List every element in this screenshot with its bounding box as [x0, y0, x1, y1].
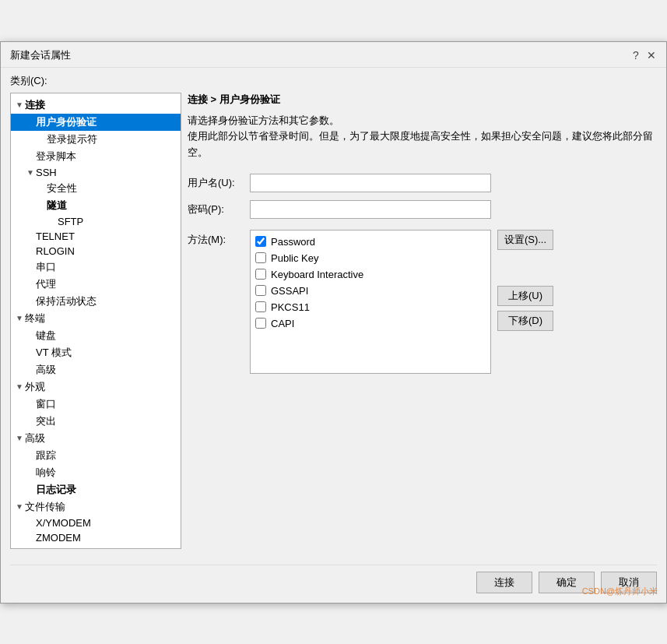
- method-item-public-key: Public Key: [255, 250, 486, 266]
- tree-label-proxy: 代理: [36, 277, 56, 291]
- method-label-public-key: Public Key: [271, 252, 318, 264]
- breadcrumb: 连接 > 用户身份验证: [188, 93, 657, 107]
- tree-item-keyboard[interactable]: 键盘: [11, 327, 181, 344]
- tree-item-serial[interactable]: 串口: [11, 259, 181, 276]
- tree-label-advanced2: 高级: [25, 431, 45, 445]
- title-controls: ? ✕: [630, 50, 657, 61]
- password-label: 密码(P):: [188, 202, 250, 216]
- tree-item-connection[interactable]: ▼连接: [11, 97, 181, 114]
- expand-icon-connection: ▼: [14, 100, 25, 109]
- title-bar: 新建会话属性 ? ✕: [1, 42, 666, 68]
- tree-item-logging[interactable]: 日志记录: [11, 481, 181, 498]
- new-session-dialog: 新建会话属性 ? ✕ 类别(C): ▼连接 用户身份验证 登录提示符 登录脚本▼…: [0, 41, 667, 604]
- expand-icon-file-transfer: ▼: [14, 502, 25, 511]
- expand-icon-ssh: ▼: [25, 168, 36, 177]
- tree-label-rlogin: RLOGIN: [36, 245, 75, 257]
- tree-label-ssh: SSH: [36, 167, 57, 178]
- method-label-password: Password: [271, 236, 315, 248]
- method-label-pkcs11: PKCS11: [271, 301, 310, 313]
- method-checkbox-password[interactable]: [255, 236, 266, 247]
- method-item-gssapi: GSSAPI: [255, 283, 486, 299]
- tree-label-window: 窗口: [36, 397, 56, 411]
- tree-item-proxy[interactable]: 代理: [11, 276, 181, 293]
- tree-label-file-transfer: 文件传输: [25, 500, 65, 514]
- method-checkbox-keyboard-interactive[interactable]: [255, 269, 266, 280]
- desc1: 请选择身份验证方法和其它参数。 使用此部分以节省登录时间。但是，为了最大限度地提…: [188, 113, 657, 161]
- tree-item-tunnel[interactable]: 隧道: [11, 197, 181, 214]
- tree-item-file-transfer[interactable]: ▼文件传输: [11, 498, 181, 516]
- tree-item-login-script[interactable]: 登录脚本: [11, 148, 181, 165]
- method-item-password: Password: [255, 234, 486, 250]
- connect-button[interactable]: 连接: [476, 572, 532, 593]
- tree-label-vt-mode: VT 模式: [36, 346, 72, 360]
- tree-label-zmodem: ZMODEM: [36, 532, 81, 544]
- method-item-pkcs11: PKCS11: [255, 299, 486, 315]
- method-label-gssapi: GSSAPI: [271, 285, 308, 297]
- tree-label-terminal: 终端: [25, 311, 45, 326]
- method-list: PasswordPublic KeyKeyboard InteractiveGS…: [250, 230, 491, 374]
- tree-item-bell[interactable]: 响铃: [11, 464, 181, 481]
- tree-item-trace[interactable]: 跟踪: [11, 447, 181, 464]
- tree-label-trace: 跟踪: [36, 449, 56, 463]
- tree-item-advanced[interactable]: 高级: [11, 361, 181, 378]
- username-row: 用户名(U):: [188, 174, 657, 192]
- method-item-capi: CAPI: [255, 315, 486, 332]
- tree-item-user-auth[interactable]: 用户身份验证: [11, 114, 181, 131]
- tree-label-user-auth: 用户身份验证: [36, 115, 97, 129]
- tree-label-logging: 日志记录: [36, 483, 76, 497]
- method-list-container: PasswordPublic KeyKeyboard InteractiveGS…: [250, 230, 553, 374]
- method-checkbox-gssapi[interactable]: [255, 285, 266, 296]
- tree-item-window[interactable]: 窗口: [11, 396, 181, 413]
- category-label: 类别(C):: [10, 74, 657, 88]
- tree-label-login-prompt: 登录提示符: [47, 132, 97, 146]
- close-button[interactable]: ✕: [646, 50, 657, 61]
- tree-item-advanced2[interactable]: ▼高级: [11, 430, 181, 447]
- method-item-keyboard-interactive: Keyboard Interactive: [255, 266, 486, 283]
- tree-label-login-script: 登录脚本: [36, 150, 76, 164]
- tree-panel: ▼连接 用户身份验证 登录提示符 登录脚本▼SSH 安全性 隧道 SFTP TE…: [10, 93, 181, 549]
- username-input[interactable]: [250, 174, 491, 192]
- tree-item-terminal[interactable]: ▼终端: [11, 310, 181, 327]
- tree-item-appearance[interactable]: ▼外观: [11, 378, 181, 396]
- username-label: 用户名(U):: [188, 176, 250, 190]
- move-down-button[interactable]: 下移(D): [497, 311, 553, 331]
- tree-item-login-prompt[interactable]: 登录提示符: [11, 131, 181, 148]
- password-input[interactable]: [250, 200, 491, 219]
- tree-label-serial: 串口: [36, 260, 56, 274]
- settings-button[interactable]: 设置(S)...: [497, 230, 553, 250]
- move-up-button[interactable]: 上移(U): [497, 286, 553, 306]
- tree-item-rlogin[interactable]: RLOGIN: [11, 244, 181, 259]
- tree-label-telnet: TELNET: [36, 231, 75, 242]
- tree-item-xymodem[interactable]: X/YMODEM: [11, 516, 181, 530]
- tree-label-connection: 连接: [25, 98, 45, 112]
- method-checkbox-public-key[interactable]: [255, 252, 266, 263]
- main-content: ▼连接 用户身份验证 登录提示符 登录脚本▼SSH 安全性 隧道 SFTP TE…: [10, 93, 657, 549]
- tree-label-security: 安全性: [47, 181, 77, 195]
- tree-label-tunnel: 隧道: [47, 199, 67, 213]
- watermark: CSDN@炼丹师小米: [582, 586, 658, 597]
- help-button[interactable]: ?: [630, 50, 641, 61]
- tree-item-vt-mode[interactable]: VT 模式: [11, 344, 181, 361]
- tree-label-bell: 响铃: [36, 466, 56, 480]
- tree-label-keyboard: 键盘: [36, 329, 56, 343]
- method-checkbox-pkcs11[interactable]: [255, 301, 266, 312]
- tree-item-security[interactable]: 安全性: [11, 180, 181, 197]
- tree-item-highlight[interactable]: 突出: [11, 413, 181, 430]
- method-row: 方法(M): PasswordPublic KeyKeyboard Intera…: [188, 230, 657, 374]
- tree-item-telnet[interactable]: TELNET: [11, 229, 181, 244]
- expand-icon-advanced2: ▼: [14, 434, 25, 442]
- tree-item-ssh[interactable]: ▼SSH: [11, 165, 181, 180]
- tree-label-appearance: 外观: [25, 380, 45, 394]
- tree-item-keepalive[interactable]: 保持活动状态: [11, 293, 181, 310]
- dialog-title: 新建会话属性: [10, 48, 71, 62]
- tree-label-advanced: 高级: [36, 363, 56, 377]
- password-row: 密码(P):: [188, 200, 657, 219]
- tree-item-zmodem[interactable]: ZMODEM: [11, 530, 181, 545]
- method-checkbox-capi[interactable]: [255, 318, 266, 329]
- tree-label-highlight: 突出: [36, 414, 56, 428]
- method-buttons: 设置(S)... 上移(U) 下移(D): [497, 230, 553, 331]
- tree-label-keepalive: 保持活动状态: [36, 294, 97, 308]
- dialog-body: 类别(C): ▼连接 用户身份验证 登录提示符 登录脚本▼SSH 安全性 隧道 …: [1, 68, 666, 603]
- method-label: 方法(M):: [188, 230, 250, 247]
- tree-item-sftp[interactable]: SFTP: [11, 214, 181, 229]
